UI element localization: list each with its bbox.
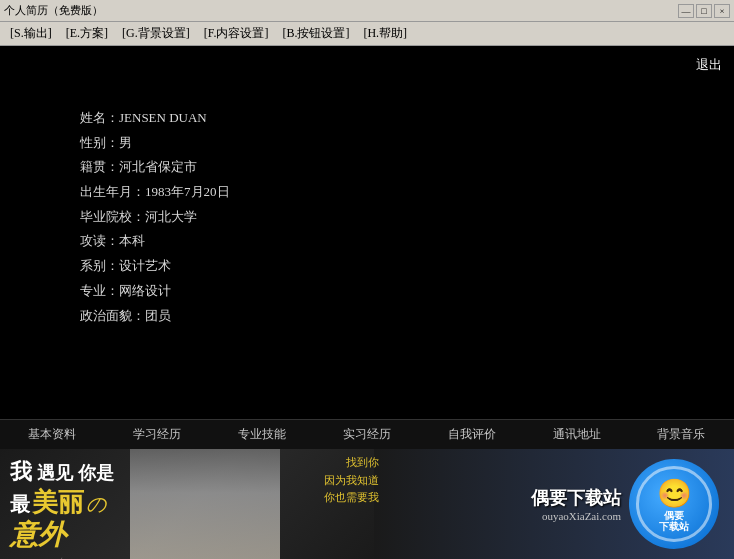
name-value: JENSEN DUAN (119, 110, 207, 125)
gender-label: 性别： (80, 135, 119, 150)
birthdate-label: 出生年月： (80, 184, 145, 199)
political-value: 团员 (145, 308, 171, 323)
title-text: 个人简历（免费版） (4, 3, 103, 18)
department-label: 系别： (80, 258, 119, 273)
logo-circle: 😊 偶要下载站 (629, 459, 719, 549)
banner-text-left: 我 遇见 你是 最 美丽 の 意外 encounter (10, 459, 114, 559)
tab-intern[interactable]: 实习经历 (337, 422, 397, 447)
major-row: 专业：网络设计 (80, 279, 230, 304)
banner-word-meili: 美丽 (32, 485, 84, 520)
major-label: 专业： (80, 283, 119, 298)
right-line2: 因为我知道 (324, 472, 379, 490)
menu-background[interactable]: [G.背景设置] (116, 23, 196, 44)
site-name-cn: 偶要下载站 (531, 486, 621, 510)
title-buttons: — □ × (678, 4, 730, 18)
portrait-image (130, 449, 280, 559)
right-line1: 找到你 (324, 454, 379, 472)
banner-word-wo: 我 (10, 459, 32, 484)
title-bar: 个人简历（免费版） — □ × (0, 0, 734, 22)
logo-emoji-icon: 😊 (657, 477, 692, 510)
banner-area: 我 遇见 你是 最 美丽 の 意外 encounter 找到你 因为我知道 你也… (0, 449, 734, 559)
tab-contact[interactable]: 通讯地址 (547, 422, 607, 447)
tab-self-eval[interactable]: 自我评价 (442, 422, 502, 447)
banner-right: 偶要下载站 ouyaoXiaZai.com 😊 偶要下载站 (374, 449, 734, 559)
banner-line1: 我 遇见 你是 (10, 459, 114, 485)
hometown-row: 籍贯：河北省保定市 (80, 155, 230, 180)
school-value: 河北大学 (145, 209, 197, 224)
banner-word-yiwai: 意外 (10, 519, 66, 550)
birthdate-row: 出生年月：1983年7月20日 (80, 180, 230, 205)
school-row: 毕业院校：河北大学 (80, 205, 230, 230)
main-area: 退出 姓名：JENSEN DUAN 性别：男 籍贯：河北省保定市 出生年月：19… (0, 46, 734, 559)
gender-value: 男 (119, 135, 132, 150)
name-row: 姓名：JENSEN DUAN (80, 106, 230, 131)
maximize-button[interactable]: □ (696, 4, 712, 18)
hometown-label: 籍贯： (80, 159, 119, 174)
hometown-value: 河北省保定市 (119, 159, 197, 174)
birthdate-value: 1983年7月20日 (145, 184, 230, 199)
menu-bar: [S.输出] [E.方案] [G.背景设置] [F.内容设置] [B.按钮设置]… (0, 22, 734, 46)
banner-word-no: の (86, 491, 106, 518)
right-line3: 你也需要我 (324, 489, 379, 507)
logo-inner: 😊 偶要下载站 (657, 477, 692, 532)
menu-content[interactable]: [F.内容设置] (198, 23, 275, 44)
menu-scheme[interactable]: [E.方案] (60, 23, 114, 44)
banner-line2: 意外 (10, 520, 114, 551)
banner-word-nishi: 你是 (78, 463, 114, 483)
gender-row: 性别：男 (80, 131, 230, 156)
name-label: 姓名： (80, 110, 119, 125)
tab-music[interactable]: 背景音乐 (651, 422, 711, 447)
degree-row: 攻读：本科 (80, 229, 230, 254)
banner-encounter: encounter (10, 553, 114, 559)
menu-button-settings[interactable]: [B.按钮设置] (276, 23, 355, 44)
major-value: 网络设计 (119, 283, 171, 298)
content-section: 退出 姓名：JENSEN DUAN 性别：男 籍贯：河北省保定市 出生年月：19… (0, 46, 734, 419)
tab-study[interactable]: 学习经历 (127, 422, 187, 447)
department-value: 设计艺术 (119, 258, 171, 273)
tab-skills[interactable]: 专业技能 (232, 422, 292, 447)
site-name-en: ouyaoXiaZai.com (542, 510, 621, 522)
nav-tabs: 基本资料 学习经历 专业技能 实习经历 自我评价 通讯地址 背景音乐 (0, 419, 734, 449)
menu-output[interactable]: [S.输出] (4, 23, 58, 44)
banner-word-zui: 最 (10, 491, 30, 518)
banner-left: 我 遇见 你是 最 美丽 の 意外 encounter (0, 449, 380, 559)
political-row: 政治面貌：团员 (80, 304, 230, 329)
menu-help[interactable]: [H.帮助] (357, 23, 413, 44)
resume-info: 姓名：JENSEN DUAN 性别：男 籍贯：河北省保定市 出生年月：1983年… (80, 106, 230, 328)
degree-value: 本科 (119, 233, 145, 248)
degree-label: 攻读： (80, 233, 119, 248)
close-button[interactable]: × (714, 4, 730, 18)
tab-basic[interactable]: 基本资料 (22, 422, 82, 447)
minimize-button[interactable]: — (678, 4, 694, 18)
right-text-overlay: 找到你 因为我知道 你也需要我 (324, 454, 379, 507)
logo-text: 偶要下载站 (659, 510, 689, 532)
banner-word-yujian: 遇见 (37, 463, 73, 483)
site-text: 偶要下载站 ouyaoXiaZai.com (531, 486, 621, 522)
political-label: 政治面貌： (80, 308, 145, 323)
school-label: 毕业院校： (80, 209, 145, 224)
exit-button[interactable]: 退出 (696, 56, 722, 74)
department-row: 系别：设计艺术 (80, 254, 230, 279)
